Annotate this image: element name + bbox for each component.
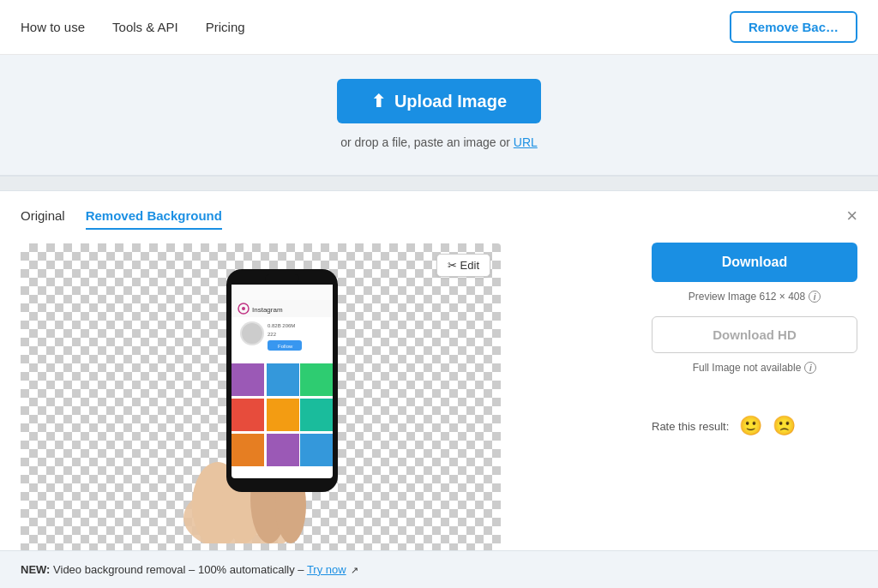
svg-text:Instagram: Instagram — [252, 306, 283, 314]
svg-rect-22 — [300, 363, 333, 396]
svg-text:222: 222 — [268, 332, 277, 337]
phone-display: Instagram 0.82B 206M 222 Follow — [21, 252, 501, 543]
full-image-info-text: Full Image not available — [693, 362, 802, 374]
upload-button-label: Upload Image — [394, 92, 507, 111]
external-link-icon: ↗ — [351, 565, 358, 575]
remove-background-nav-button[interactable]: Remove Bac… — [730, 11, 857, 43]
svg-text:0.82B   206M: 0.82B 206M — [268, 323, 295, 328]
svg-rect-26 — [232, 434, 264, 466]
banner-text: Video background removal – 100% automati… — [53, 563, 307, 576]
upload-icon: ⬆ — [371, 91, 386, 111]
svg-text:Follow: Follow — [278, 344, 293, 349]
rate-section: Rate this result: 🙂 🙁 — [652, 415, 857, 437]
svg-rect-23 — [232, 399, 264, 431]
svg-rect-21 — [267, 363, 299, 396]
download-button[interactable]: Download — [652, 243, 857, 282]
new-badge: NEW: — [21, 563, 50, 576]
full-image-info: Full Image not available i — [652, 362, 857, 374]
nav-pricing[interactable]: Pricing — [206, 20, 245, 34]
svg-rect-25 — [300, 399, 333, 431]
thumbs-up-icon[interactable]: 🙂 — [739, 415, 762, 437]
upload-url-link[interactable]: URL — [514, 135, 538, 149]
svg-rect-27 — [267, 434, 299, 466]
upload-section: ⬆ Upload Image or drop a file, paste an … — [0, 55, 878, 176]
nav-right: Remove Bac… — [730, 11, 857, 43]
svg-rect-28 — [300, 434, 333, 466]
right-panel: Download Preview Image 612 × 408 i Downl… — [652, 208, 857, 552]
preview-info: Preview Image 612 × 408 i — [652, 291, 857, 303]
tabs: Original Removed Background — [21, 208, 617, 230]
bottom-banner: NEW: Video background removal – 100% aut… — [0, 550, 878, 586]
tab-original[interactable]: Original — [21, 208, 65, 230]
image-container: Instagram 0.82B 206M 222 Follow — [21, 243, 501, 552]
edit-button[interactable]: ✂ Edit — [436, 254, 490, 277]
svg-rect-8 — [265, 274, 299, 283]
preview-info-text: Preview Image 612 × 408 — [689, 291, 805, 303]
tab-removed-background[interactable]: Removed Background — [86, 208, 222, 230]
download-hd-button[interactable]: Download HD — [652, 316, 857, 353]
left-panel: Original Removed Background — [21, 208, 617, 552]
upload-subtitle: or drop a file, paste an image or URL — [340, 135, 538, 149]
nav-links: How to use Tools & API Pricing — [21, 20, 245, 34]
section-divider — [0, 176, 878, 191]
preview-info-icon[interactable]: i — [809, 291, 821, 303]
thumbs-down-icon[interactable]: 🙁 — [773, 415, 796, 437]
rate-label: Rate this result: — [652, 420, 729, 433]
svg-point-15 — [242, 323, 262, 344]
navbar: How to use Tools & API Pricing Remove Ba… — [0, 0, 878, 55]
main-content: Original Removed Background — [0, 191, 878, 586]
upload-image-button[interactable]: ⬆ Upload Image — [337, 79, 541, 123]
full-image-info-icon[interactable]: i — [804, 362, 816, 374]
svg-rect-7 — [232, 285, 333, 300]
nav-tools-api[interactable]: Tools & API — [112, 20, 178, 34]
svg-rect-24 — [267, 399, 299, 431]
phone-svg: Instagram 0.82B 206M 222 Follow — [149, 252, 372, 543]
upload-sub-text: or drop a file, paste an image or — [340, 135, 510, 149]
nav-how-to-use[interactable]: How to use — [21, 20, 85, 34]
close-button[interactable]: × — [846, 207, 857, 225]
svg-rect-20 — [232, 363, 264, 396]
try-now-link[interactable]: Try now — [307, 563, 346, 576]
svg-point-11 — [242, 307, 245, 310]
